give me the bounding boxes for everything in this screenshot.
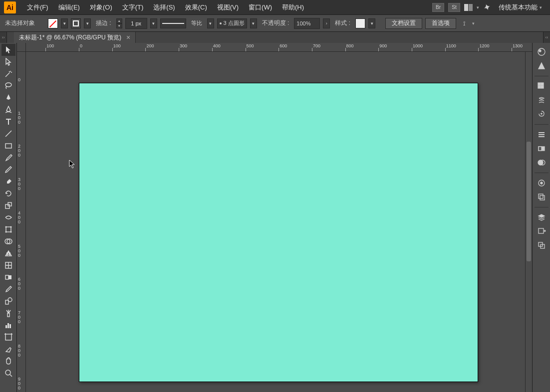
artboards-panel-icon[interactable] [535, 239, 548, 251]
svg-point-1 [8, 97, 9, 98]
graphic-style-swatch[interactable] [355, 18, 365, 28]
menu-window[interactable]: 窗口(W) [244, 0, 277, 15]
svg-point-22 [5, 370, 10, 375]
layers-panel-icon[interactable] [535, 211, 548, 223]
control-menu-icon[interactable]: ▾ [472, 21, 475, 26]
stroke-weight-input[interactable] [125, 18, 147, 29]
menu-view[interactable]: 视图(V) [212, 0, 244, 15]
pencil-tool[interactable] [1, 164, 15, 176]
lasso-tool[interactable] [1, 80, 15, 92]
opacity-dropdown[interactable]: › [323, 18, 330, 28]
stroke-dropdown[interactable]: ▾ [84, 18, 91, 28]
direct-selection-tool[interactable] [1, 56, 15, 68]
pen-tool[interactable] [1, 92, 15, 104]
svg-point-34 [541, 182, 543, 184]
free-transform-tool[interactable] [1, 223, 15, 235]
slice-tool[interactable] [1, 343, 15, 355]
ruler-horizontal[interactable]: 1000100200300400500600700800900100011001… [26, 43, 532, 52]
selection-tool[interactable] [1, 44, 15, 56]
workspace-switcher[interactable]: 传统基本功能 ▾ [495, 1, 546, 14]
document-tab[interactable]: 未标题-1* @ 66.67% (RGB/GPU 预览) × [14, 32, 136, 43]
fill-dropdown[interactable]: ▾ [61, 18, 68, 28]
paintbrush-tool[interactable] [1, 152, 15, 164]
magic-wand-tool[interactable] [1, 68, 15, 80]
color-panel-icon[interactable] [535, 46, 548, 58]
svg-rect-26 [541, 83, 544, 85]
perspective-grid-tool[interactable] [1, 247, 15, 259]
stock-icon[interactable]: St [448, 3, 460, 12]
stroke-weight-dropdown[interactable]: ▾ [150, 18, 157, 28]
fill-swatch[interactable] [48, 18, 58, 28]
viewport[interactable] [26, 52, 525, 392]
stroke-weight-stepper[interactable]: ▴▾ [116, 18, 122, 28]
swatches-panel-icon[interactable] [535, 80, 548, 92]
eraser-tool[interactable] [1, 176, 15, 188]
hand-tool[interactable] [1, 355, 15, 367]
gradient-tool[interactable] [1, 271, 15, 283]
line-tool[interactable] [1, 128, 15, 140]
mesh-tool[interactable] [1, 259, 15, 271]
expand-left-dock-icon[interactable]: ›› [0, 32, 7, 43]
vertical-scrollbar[interactable] [525, 52, 532, 392]
menu-help[interactable]: 帮助(H) [277, 0, 309, 15]
document-setup-button[interactable]: 文档设置 [385, 18, 422, 29]
svg-point-0 [5, 83, 11, 87]
brush-definition[interactable]: 3 点圆形 [217, 18, 247, 28]
width-tool[interactable] [1, 211, 15, 223]
svg-rect-5 [6, 227, 11, 232]
svg-point-8 [5, 231, 6, 233]
style-dropdown[interactable]: ▾ [368, 18, 375, 28]
asset-export-panel-icon[interactable] [535, 225, 548, 237]
svg-rect-21 [5, 334, 11, 340]
stroke-swatch[interactable] [71, 18, 81, 28]
pin-icon[interactable]: ⟟ [459, 18, 469, 28]
workspace-label: 传统基本功能 [499, 3, 538, 12]
blend-tool[interactable] [1, 295, 15, 307]
gradient-panel-icon[interactable] [535, 143, 548, 155]
arrange-dropdown-icon[interactable]: ▾ [477, 5, 479, 10]
preferences-button[interactable]: 首选项 [425, 18, 456, 29]
stroke-panel-icon[interactable] [535, 129, 548, 141]
menu-type[interactable]: 文字(T) [117, 0, 149, 15]
ruler-origin[interactable] [17, 43, 26, 52]
gpu-preview-icon[interactable]: ✦ [482, 1, 493, 14]
menu-file[interactable]: 文件(F) [22, 0, 53, 15]
rectangle-tool[interactable] [1, 140, 15, 152]
type-tool[interactable] [1, 116, 15, 128]
color-guide-panel-icon[interactable] [535, 60, 548, 72]
appearance-panel-icon[interactable] [535, 177, 548, 189]
column-graph-tool[interactable] [1, 319, 15, 331]
zoom-tool[interactable] [1, 367, 15, 379]
stroke-label: 描边 : [94, 19, 113, 27]
rotate-tool[interactable] [1, 188, 15, 199]
symbols-panel-icon[interactable] [535, 108, 548, 120]
artboard-tool[interactable] [1, 331, 15, 343]
brushes-panel-icon[interactable] [535, 94, 548, 106]
ruler-vertical[interactable]: 0100200300400500600700800900 [17, 52, 26, 392]
menu-bar: Ai 文件(F) 编辑(E) 对象(O) 文字(T) 选择(S) 效果(C) 视… [0, 0, 550, 15]
stroke-profile-dropdown[interactable]: ▾ [207, 18, 214, 28]
curvature-tool[interactable] [1, 104, 15, 116]
brush-dropdown[interactable]: ▾ [250, 18, 257, 28]
artboard[interactable] [79, 83, 478, 382]
menu-effect[interactable]: 效果(C) [180, 0, 212, 15]
bridge-icon[interactable]: Br [432, 3, 444, 12]
eyedropper-tool[interactable] [1, 283, 15, 295]
canvas-area: 1000100200300400500600700800900100011001… [17, 43, 532, 392]
arrange-documents-icon[interactable] [464, 4, 473, 11]
scrollbar-thumb[interactable] [527, 142, 531, 261]
graphic-styles-panel-icon[interactable] [535, 191, 548, 203]
scale-tool[interactable] [1, 199, 15, 211]
shape-builder-tool[interactable] [1, 235, 15, 247]
transparency-panel-icon[interactable] [535, 157, 548, 169]
expand-right-dock-icon[interactable]: ‹‹ [543, 32, 550, 43]
close-tab-icon[interactable]: × [126, 33, 130, 41]
opacity-input[interactable]: 100% [294, 18, 320, 29]
menu-edit[interactable]: 编辑(E) [53, 0, 85, 15]
menu-object[interactable]: 对象(O) [85, 0, 117, 15]
menu-select[interactable]: 选择(S) [148, 0, 180, 15]
symbol-sprayer-tool[interactable] [1, 307, 15, 319]
svg-point-9 [10, 231, 11, 233]
stroke-profile-constant[interactable] [160, 18, 186, 28]
right-panel-dock [532, 43, 550, 392]
